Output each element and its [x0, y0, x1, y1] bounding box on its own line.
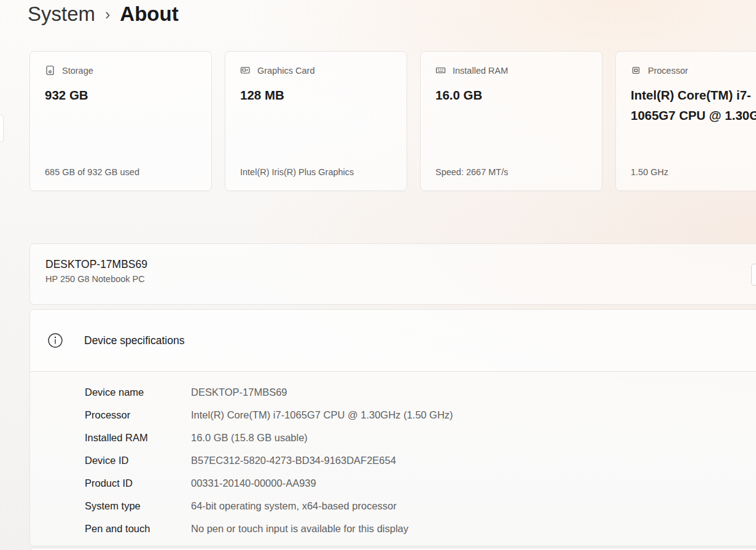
next-card-fragment [29, 548, 756, 550]
spec-row-device-id: Device ID B57EC312-5820-4273-BD34-9163DA… [85, 449, 756, 472]
info-icon [47, 332, 63, 348]
card-value: 932 GB [45, 85, 197, 106]
graphics-icon [240, 65, 251, 76]
spec-row-system-type: System type 64-bit operating system, x64… [85, 495, 756, 517]
rename-pc-button-cutoff[interactable] [751, 264, 756, 286]
processor-card: Processor Intel(R) Core(TM) i7-1065G7 CP… [615, 51, 756, 191]
spec-row-installed-ram: Installed RAM 16.0 GB (15.8 GB usable) [85, 426, 756, 449]
card-value: Intel(R) Core(TM) i7-1065G7 CPU @ 1.30GH… [631, 85, 756, 126]
graphics-card: Graphics Card 128 MB Intel(R) Iris(R) Pl… [225, 51, 407, 191]
breadcrumb: System › About [28, 2, 179, 26]
processor-icon [631, 65, 641, 76]
summary-cards-row: Storage 932 GB 685 GB of 932 GB used Gra… [29, 51, 756, 191]
spec-label: Device ID [85, 455, 191, 466]
spec-value: No pen or touch input is available for t… [191, 523, 408, 535]
section-title: Device specifications [84, 334, 184, 347]
installed-ram-card: Installed RAM 16.0 GB Speed: 2667 MT/s [420, 51, 602, 191]
card-header: Storage [45, 65, 197, 76]
spec-value: 00331-20140-00000-AA939 [191, 477, 316, 489]
device-specifications-card: Device specifications Device name DESKTO… [29, 309, 756, 546]
ram-icon [435, 65, 446, 76]
storage-icon [45, 65, 55, 76]
card-detail: 1.50 GHz [631, 167, 756, 177]
breadcrumb-system[interactable]: System [28, 2, 95, 26]
device-specifications-expander-header[interactable]: Device specifications [30, 310, 756, 372]
spec-row-processor: Processor Intel(R) Core(TM) i7-1065G7 CP… [85, 404, 756, 426]
spec-value: Intel(R) Core(TM) i7-1065G7 CPU @ 1.30GH… [191, 409, 453, 421]
card-label: Storage [62, 66, 93, 76]
device-name-card: DESKTOP-17MBS69 HP 250 G8 Notebook PC [29, 243, 756, 305]
spec-label: Product ID [85, 477, 191, 489]
spec-value: B57EC312-5820-4273-BD34-9163DAF2E654 [191, 455, 396, 466]
storage-card: Storage 932 GB 685 GB of 932 GB used [29, 51, 212, 191]
page-title-about: About [120, 2, 178, 26]
chevron-right-icon: › [105, 6, 110, 23]
card-label: Graphics Card [257, 66, 314, 76]
spec-label: Installed RAM [85, 432, 191, 444]
spec-label: Pen and touch [85, 523, 191, 535]
card-label: Installed RAM [453, 66, 508, 76]
spec-value: DESKTOP-17MBS69 [191, 387, 287, 398]
device-model: HP 250 G8 Notebook PC [45, 274, 756, 284]
spec-row-product-id: Product ID 00331-20140-00000-AA939 [85, 472, 756, 495]
card-label: Processor [648, 66, 688, 76]
spec-value: 64-bit operating system, x64-based proce… [191, 500, 397, 512]
card-header: Graphics Card [240, 65, 392, 76]
card-detail: Speed: 2667 MT/s [435, 167, 587, 177]
left-edge-card-fragment [0, 114, 4, 143]
card-value: 16.0 GB [435, 85, 587, 106]
spec-label: Device name [85, 387, 191, 398]
card-header: Processor [631, 65, 756, 76]
spec-row-pen-and-touch: Pen and touch No pen or touch input is a… [85, 517, 756, 540]
device-name: DESKTOP-17MBS69 [45, 258, 756, 271]
card-detail: Intel(R) Iris(R) Plus Graphics [240, 167, 392, 177]
card-value: 128 MB [240, 85, 392, 106]
spec-label: Processor [85, 409, 191, 421]
card-detail: 685 GB of 932 GB used [45, 167, 197, 177]
spec-label: System type [85, 500, 191, 512]
spec-value: 16.0 GB (15.8 GB usable) [191, 432, 308, 444]
card-header: Installed RAM [435, 65, 587, 76]
specs-table: Device name DESKTOP-17MBS69 Processor In… [30, 372, 756, 540]
spec-row-device-name: Device name DESKTOP-17MBS69 [85, 381, 756, 404]
